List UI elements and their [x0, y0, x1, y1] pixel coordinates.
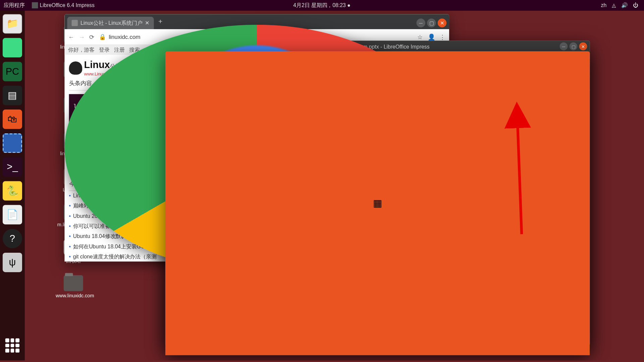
- dock-layout-icon[interactable]: ▤: [3, 86, 22, 105]
- volume-icon[interactable]: 🔊: [621, 2, 628, 8]
- ubuntu-dock: 📁 PC ▤ 🛍 >_ 🐍 ▦ 📄 ? ψ: [0, 11, 25, 361]
- site-nav-item[interactable]: 登录: [99, 46, 110, 53]
- impress-maximize-button[interactable]: ▢: [570, 43, 578, 51]
- bookmark-star-icon[interactable]: ☆: [417, 34, 423, 41]
- impress-minimize-button[interactable]: ─: [560, 43, 568, 51]
- dock-terminal-icon[interactable]: >_: [3, 157, 22, 177]
- chrome-minimize-button[interactable]: ─: [417, 18, 425, 27]
- dock-usb-icon[interactable]: ψ: [3, 253, 22, 272]
- input-source-indicator[interactable]: zh: [601, 2, 607, 8]
- chrome-maximize-button[interactable]: ▢: [427, 18, 436, 27]
- dock-files-icon[interactable]: 📁: [3, 14, 22, 34]
- dock-androidstudio-icon[interactable]: [3, 38, 22, 57]
- active-app-icon: [32, 2, 38, 8]
- dock-python-icon[interactable]: 🐍: [3, 181, 22, 200]
- dock-software-icon[interactable]: 🛍: [3, 110, 22, 129]
- dock-help-icon[interactable]: ?: [3, 229, 22, 248]
- chrome-tab[interactable]: Linux公社 - Linux系统门户 ✕: [67, 17, 154, 29]
- profile-avatar-icon[interactable]: 👤: [428, 34, 435, 41]
- clock[interactable]: 4月2日 星期四，08:23 ●: [293, 2, 350, 9]
- dock-screenshot-icon[interactable]: [3, 133, 22, 153]
- nav-forward-icon[interactable]: →: [79, 34, 85, 41]
- activities-button[interactable]: 应用程序: [4, 2, 25, 9]
- site-nav-item[interactable]: 注册: [114, 46, 125, 53]
- new-tab-button[interactable]: +: [154, 18, 167, 26]
- site-nav-item[interactable]: 你好，游客: [68, 46, 95, 53]
- chrome-close-button[interactable]: ✕: [438, 18, 446, 27]
- nav-back-icon[interactable]: ←: [68, 34, 74, 41]
- nav-reload-icon[interactable]: ⟳: [89, 34, 95, 41]
- active-app-name[interactable]: LibreOffice 6.4 Impress: [40, 2, 95, 8]
- url-text: linuxidc.com: [109, 34, 140, 40]
- power-icon[interactable]: ⏻: [633, 2, 638, 8]
- desktop-folder-icon[interactable]: www.linuxidc.com: [56, 275, 91, 298]
- tux-icon: [69, 61, 83, 75]
- chrome-menu-icon[interactable]: ⋮: [439, 34, 445, 41]
- dock-pycharm-icon[interactable]: PC: [3, 62, 22, 81]
- tab-favicon: [72, 20, 78, 26]
- logo-main: Linux: [84, 59, 110, 70]
- network-icon[interactable]: ◬: [612, 2, 616, 8]
- dock-show-apps-icon[interactable]: [3, 336, 22, 355]
- impress-close-button[interactable]: ✕: [579, 43, 587, 51]
- tab-close-icon[interactable]: ✕: [145, 20, 149, 26]
- tab-title: Linux公社 - Linux系统门户: [80, 19, 143, 26]
- dock-impress-icon[interactable]: ▦: [165, 51, 590, 355]
- dock-pyscript-icon[interactable]: 📄: [3, 205, 22, 225]
- lock-icon: 🔒: [99, 34, 106, 40]
- system-topbar: 应用程序 LibreOffice 6.4 Impress 4月2日 星期四，08…: [0, 0, 644, 11]
